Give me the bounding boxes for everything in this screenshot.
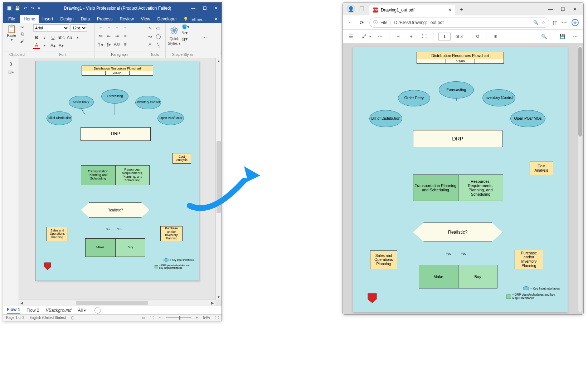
ellipse-tool-icon[interactable]: ◯ (155, 33, 162, 40)
fit-icon[interactable]: ⛶ (420, 34, 428, 39)
text-tool-icon[interactable]: A (146, 41, 154, 48)
sheet-all[interactable]: All ▾ (78, 308, 86, 313)
quick-styles-button[interactable]: ❀ Quick Styles ▾ (168, 24, 180, 46)
fill-button[interactable]: 🪣▾ (182, 24, 189, 29)
effects-button[interactable]: ◑▾ (182, 37, 189, 42)
font-size-select[interactable]: 12pt. (71, 24, 87, 32)
address-bar[interactable]: ⓘ File | D:/Files/Drawing1_out.pdf 🔍 ☆ (369, 18, 549, 28)
chevron-down-icon[interactable]: ▾ (74, 34, 81, 41)
sheet-flow2[interactable]: Flow 2 (26, 308, 39, 313)
browser-tab[interactable]: PDF Drawing1_out.pdf ✕ (369, 5, 455, 15)
align-bottom-icon[interactable]: ≡ (122, 41, 129, 48)
zoom-in-icon[interactable]: + (196, 316, 198, 320)
tab-file[interactable]: File (3, 15, 20, 23)
presentation-mode-icon[interactable]: ▭ (142, 316, 145, 320)
workspaces-icon[interactable]: ❐ (358, 5, 366, 13)
maximize-icon[interactable]: ☐ (561, 6, 565, 12)
contents-icon[interactable]: ☰ (347, 34, 355, 39)
refresh-icon[interactable]: ⟳ (358, 19, 366, 27)
split-screen-icon[interactable]: ◫ (553, 20, 558, 25)
zoom-in-icon[interactable]: + (407, 34, 415, 39)
bullets-icon[interactable]: •≡ (97, 33, 104, 40)
tab-data[interactable]: Data (77, 15, 93, 23)
rectangle-tool-icon[interactable]: ▭ (155, 24, 162, 32)
scroll-down-icon[interactable]: ▼ (216, 294, 222, 300)
grow-font-button[interactable]: A▴ (50, 42, 56, 49)
minimize-icon[interactable]: — (191, 6, 196, 11)
paste-button[interactable]: 📋 Paste ▾ (5, 24, 18, 42)
connector-tool-icon[interactable]: ↝ (146, 33, 154, 40)
pin-pane-icon[interactable]: ⊞▸ (8, 70, 14, 75)
qat-redo-icon[interactable]: ↷ (31, 6, 34, 11)
tab-process[interactable]: Process (93, 15, 116, 23)
qat-undo-icon[interactable]: ↶ (24, 6, 27, 11)
align-left-icon[interactable]: ≡ (97, 24, 104, 32)
tab-developer[interactable]: Developer (154, 15, 181, 23)
tab-close-icon[interactable]: ✕ (448, 8, 452, 13)
pdf-scrollbar[interactable] (578, 46, 582, 312)
pointer-tool-icon[interactable]: ↖ (146, 24, 154, 32)
tab-insert[interactable]: Insert (39, 15, 57, 23)
profile-icon[interactable]: 👤 (346, 5, 355, 13)
zoom-out-icon[interactable]: − (394, 34, 402, 39)
strike-button[interactable]: abc (58, 34, 64, 41)
format-painter-icon[interactable]: 🖌 (19, 38, 25, 44)
ltr-icon[interactable]: ¶▸ (105, 41, 112, 48)
close-icon[interactable]: ✕ (573, 6, 577, 12)
font-name-select[interactable]: Arial (33, 24, 69, 32)
chevron-down-icon[interactable]: ▾ (42, 42, 48, 49)
collapse-ribbon-icon[interactable]: ˆ (220, 52, 221, 58)
change-case-button[interactable]: Aa (66, 34, 73, 41)
bold-button[interactable]: B (33, 34, 40, 41)
toolbar-more-icon[interactable]: ⋯ (571, 34, 579, 39)
save-icon[interactable]: 💾 (558, 34, 566, 39)
fit-window-icon[interactable]: ⛶ (215, 316, 219, 320)
rotate-text-icon[interactable]: A↻ (113, 41, 121, 48)
highlight-icon[interactable]: 🖍 (360, 34, 368, 39)
indent-left-icon[interactable]: ⇤ (105, 33, 112, 40)
shrink-font-button[interactable]: A▾ (58, 42, 64, 49)
cut-icon[interactable]: ✂ (19, 24, 25, 30)
tab-home[interactable]: Home (20, 15, 39, 23)
rtl-icon[interactable]: ¶◂ (97, 41, 104, 48)
new-tab-button[interactable]: + (457, 5, 467, 15)
horizontal-scrollbar[interactable]: ◀▶ (19, 300, 215, 306)
fit-page-icon[interactable]: ⛶ (150, 316, 154, 320)
maximize-icon[interactable]: ☐ (202, 6, 207, 11)
qat-customize-icon[interactable]: ▾ (38, 6, 40, 11)
scroll-thumb[interactable] (578, 47, 582, 137)
sheet-flow1[interactable]: Flow 1 (7, 307, 20, 314)
minimize-icon[interactable]: — (548, 6, 553, 12)
zoom-slider[interactable] (166, 317, 191, 318)
page-view-icon[interactable]: ⊞ (491, 34, 499, 39)
font-color-button[interactable]: A (33, 42, 40, 49)
underline-button[interactable]: U (50, 34, 56, 41)
align-center-icon[interactable]: ≡ (105, 24, 112, 32)
zoom-indicator-icon[interactable]: 🔍 (533, 20, 539, 25)
ribbon-collapse-icon[interactable]: ✕ (211, 15, 222, 23)
italic-button[interactable]: I (42, 34, 48, 41)
tab-review[interactable]: Review (116, 15, 137, 23)
align-right-icon[interactable]: ≡ (113, 24, 121, 32)
macro-record-icon[interactable]: ▢ (71, 316, 74, 320)
back-icon[interactable]: ← (346, 19, 354, 27)
more-icon[interactable]: ⋯ (561, 19, 567, 26)
pdf-viewport[interactable]: Distribution Resources Flowchart 6/1/00 … (343, 43, 583, 314)
line-button[interactable]: ✎▾ (182, 30, 189, 35)
scroll-left-icon[interactable]: ◀ (19, 300, 25, 306)
rotate-icon[interactable]: ⟲ (473, 34, 481, 39)
chevron-down-icon[interactable]: ▾ (369, 35, 371, 38)
scroll-thumb[interactable] (76, 301, 148, 305)
shapes-pane[interactable]: ❯ ⊞▸ (3, 58, 19, 306)
page-input[interactable] (438, 33, 451, 40)
tab-view[interactable]: View (137, 15, 154, 23)
line-tool-icon[interactable]: ╲ (155, 41, 162, 48)
indent-right-icon[interactable]: ⇥ (113, 33, 121, 40)
qat-save-icon[interactable]: 💾 (15, 6, 20, 11)
expand-shapes-icon[interactable]: ❯ (8, 61, 14, 67)
align-top-icon[interactable]: ≡ (122, 24, 129, 32)
tell-me[interactable]: 💡Tell me... (180, 15, 208, 23)
copilot-icon[interactable] (570, 18, 580, 27)
zoom-out-icon[interactable]: − (159, 316, 161, 320)
find-icon[interactable]: 🔍 (540, 34, 548, 39)
